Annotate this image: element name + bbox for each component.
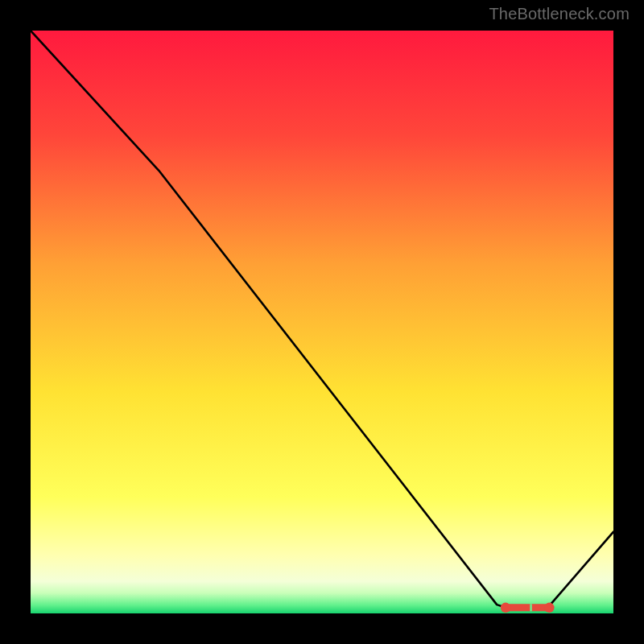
chart-svg [31,31,613,613]
chart-area [31,31,613,613]
attribution-text: TheBottleneck.com [489,5,630,23]
chart-background [31,31,613,613]
marker-end-right [544,603,554,613]
marker-sausage [501,603,555,613]
marker-notch [530,604,531,611]
marker-end-left [501,603,510,613]
